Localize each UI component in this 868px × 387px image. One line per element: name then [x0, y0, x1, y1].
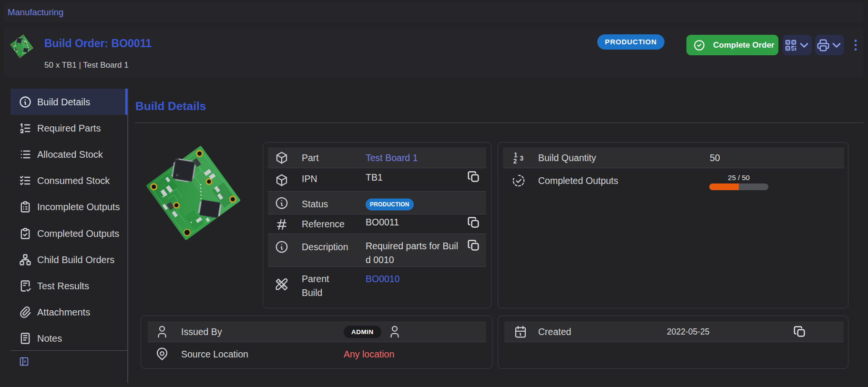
svg-text:2: 2 — [513, 158, 517, 165]
svg-text:3: 3 — [520, 155, 524, 162]
